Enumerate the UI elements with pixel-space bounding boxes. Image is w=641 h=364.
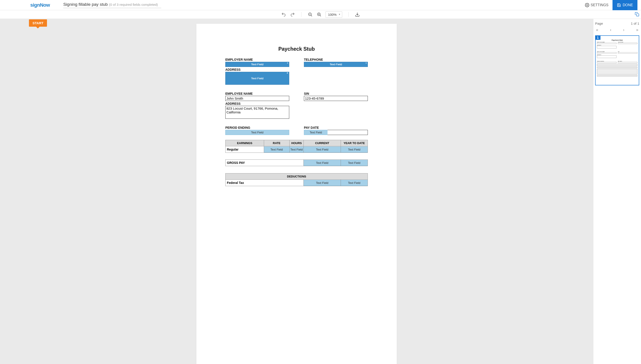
undo-button[interactable] [281,12,286,17]
period-ending-field[interactable]: Text Field [225,130,289,135]
settings-button[interactable]: SETTINGS [585,3,608,7]
th-current: CURRENT [304,140,341,146]
ded-current-field[interactable]: Text Field [304,180,340,186]
sin-label: SIN [304,92,368,96]
page-sidebar: Page 1 of 1 « ‹ › » 1 Paycheck Stub EMPL… [593,19,641,364]
doc-title: Signing fillable pay stub [63,2,108,7]
rate-field[interactable]: Text Field [264,146,289,152]
th-rate: RATE [264,140,289,146]
employer-name-label: EMPLOYER NAME [225,58,289,61]
page-title: Paycheck Stub [225,46,368,52]
ytd-field[interactable]: Text Field [341,146,368,152]
canvas-area[interactable]: START Paycheck Stub EMPLOYER NAME Text F… [0,19,593,364]
svg-point-0 [586,4,588,6]
pay-date-field[interactable]: Text Field [304,130,328,135]
panel-toggle-button[interactable] [635,12,639,17]
svg-rect-9 [636,14,639,16]
prev-page-button[interactable]: ‹ [610,28,611,32]
ded-ytd-field[interactable]: Text Field [341,180,368,186]
earnings-row-label: Regular [226,146,264,152]
doc-title-wrap[interactable]: Signing fillable pay stub (0 of 3 requir… [63,2,161,8]
toolbar: 100% [0,10,641,19]
current-field[interactable]: Text Field [304,146,340,152]
save-icon [617,3,621,7]
app-header: signNow Signing fillable pay stub (0 of … [0,0,641,10]
zoom-select[interactable]: 100% [326,11,342,18]
gear-icon [585,3,589,7]
sb-page-label: Page [595,22,603,25]
sin-value[interactable]: 123-45-6789 [304,96,368,101]
brand-logo: signNow [30,2,50,8]
gross-pay-table: GROSS PAY Text Field Text Field [225,160,368,166]
employer-address-label: ADDRESS [225,68,289,72]
th-ytd: YEAR TO DATE [341,140,368,146]
zoom-in-button[interactable] [317,12,322,17]
pay-date-rest [328,130,368,135]
th-hours: HOURS [289,140,304,146]
gross-pay-label: GROSS PAY [226,160,304,166]
employer-name-field[interactable]: Text Field [225,62,289,67]
gross-ytd-field[interactable]: Text Field [341,160,368,166]
redo-button[interactable] [290,12,295,17]
telephone-label: TELEPHONE [304,58,368,61]
first-page-button[interactable]: « [596,28,598,32]
deductions-table: DEDUCTIONS Federal Tax Text Field Text F… [225,173,368,186]
earnings-table: EARNINGS RATE HOURS CURRENT YEAR TO DATE… [225,140,368,153]
svg-line-2 [311,15,312,16]
done-label: DONE [623,3,633,7]
period-ending-label: PERIOD ENDING [225,126,289,130]
employee-name-value[interactable]: John Smith [225,96,289,101]
pay-date-label: PAY DATE [304,126,368,130]
telephone-field[interactable]: Text Field [304,62,368,67]
document-page: Paycheck Stub EMPLOYER NAME Text Field T… [196,24,397,364]
earnings-row: Regular Text Field Text Field Text Field… [226,146,368,153]
doc-status: (0 of 3 required fields completed) [109,3,158,6]
page-thumbnail[interactable]: 1 Paycheck Stub EMPLOYER NAMETELEPHONE A… [595,35,639,86]
start-tag[interactable]: START [29,19,47,27]
employee-address-value[interactable]: 823 Locust Court, 91766, Pomona, Califor… [225,106,289,119]
thumbnail-preview: Paycheck Stub EMPLOYER NAMETELEPHONE ADD… [597,37,637,76]
employer-address-field[interactable]: Text Field [225,72,289,85]
th-deductions: DEDUCTIONS [226,174,368,180]
sb-page-info: 1 of 1 [631,22,639,25]
done-button[interactable]: DONE [612,0,637,10]
gross-current-field[interactable]: Text Field [304,160,340,166]
th-earnings: EARNINGS [226,140,264,146]
settings-label: SETTINGS [591,3,608,7]
zoom-out-button[interactable] [308,12,313,17]
hours-field[interactable]: Text Field [290,146,304,152]
employee-address-label: ADDRESS [225,102,289,106]
thumbnail-number: 1 [595,35,600,40]
deduction-row-label: Federal Tax [226,180,304,186]
svg-line-5 [320,15,321,16]
next-page-button[interactable]: › [623,28,624,32]
download-button[interactable] [355,12,360,17]
employee-name-label: EMPLOYEE NAME [225,92,289,96]
last-page-button[interactable]: » [636,28,638,32]
